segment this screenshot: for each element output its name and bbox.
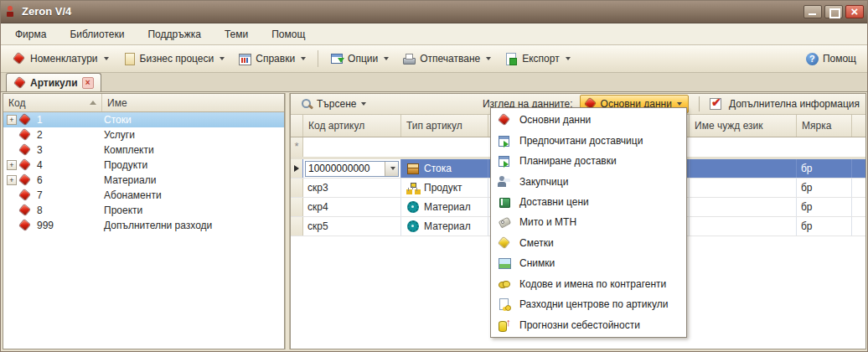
tree-row[interactable]: + 4 Продукти (3, 158, 284, 173)
article-code-cell[interactable]: скр4 (303, 198, 401, 216)
close-button[interactable] (845, 5, 864, 18)
menu-item-planirane-dostavki[interactable]: Планиране доставки (491, 151, 686, 171)
menu-item-osnovni-danni[interactable]: Основни данни (491, 110, 686, 130)
tree-row-name: Материали (104, 174, 284, 186)
optsii-button[interactable]: Опции (324, 49, 395, 69)
tree-column-code[interactable]: Код (3, 94, 102, 111)
menu-item-razhodni-tsentrove[interactable]: Разходни центрове по артикули (491, 294, 686, 314)
toolbar-separator (699, 96, 700, 111)
article-code-value: скр3 (307, 182, 328, 194)
article-type-cell[interactable]: Материал (401, 198, 488, 216)
tree-row-code: 7 (37, 189, 104, 201)
column-unit-label: Мярка (802, 120, 831, 132)
unit-cell[interactable]: бр (797, 198, 852, 216)
spravki-button[interactable]: Справки (232, 49, 312, 69)
foreign-name-cell[interactable] (690, 198, 797, 216)
menu-item-label: Планиране доставки (519, 155, 617, 167)
maximize-button[interactable] (824, 5, 843, 18)
product-hierarchy-icon (406, 181, 421, 194)
foreign-name-cell[interactable] (690, 179, 797, 197)
tab-artikuli[interactable]: Артикули × (6, 73, 101, 91)
tree-row[interactable]: + 6 Материали (3, 173, 284, 188)
row-indicator (291, 159, 303, 178)
article-code-cell[interactable]: скр3 (303, 179, 401, 197)
search-button[interactable]: Търсене (297, 96, 369, 112)
page-icon (122, 52, 136, 65)
expander-spacer (7, 130, 17, 140)
minimize-button[interactable] (803, 5, 822, 18)
help-button[interactable]: Помощ (801, 50, 861, 68)
menu-item-zakupchitsi[interactable]: Закупчици (491, 171, 686, 191)
column-unit[interactable]: Мярка (797, 115, 852, 137)
article-code-cell[interactable]: скр5 (303, 217, 401, 236)
tree-row[interactable]: 7 Абонаменти (3, 188, 284, 203)
foreign-name-cell[interactable] (690, 217, 797, 236)
combo-dropdown-button[interactable] (385, 162, 398, 176)
article-type-cell[interactable]: Материал (401, 217, 488, 236)
tree-row[interactable]: 8 Проекти (3, 203, 284, 218)
tree-row-name: Стоки (104, 114, 284, 126)
column-article-code[interactable]: Код артикул (303, 115, 401, 137)
report-table-icon (238, 52, 251, 65)
tree-row[interactable]: 999 Допълнителни разходи (3, 218, 284, 233)
extra-info-checkbox[interactable] (710, 98, 721, 110)
tree-row[interactable]: + 1 Стоки (3, 112, 284, 127)
red-diamond-icon (13, 52, 26, 65)
yellow-diamond-icon (498, 236, 511, 250)
menu-item-label: Предпочитани доставчици (519, 135, 643, 147)
tree-row-code: 6 (37, 174, 104, 186)
handshake-icon (498, 277, 511, 291)
chevron-down-icon (486, 57, 491, 60)
menu-item-predpochitani-dostavchitsi[interactable]: Предпочитани доставчици (491, 130, 686, 150)
tree-row[interactable]: 2 Услуги (3, 127, 284, 142)
menu-temi[interactable]: Теми (213, 25, 260, 44)
menu-item-smetki[interactable]: Сметки (491, 233, 686, 253)
options-window-icon (330, 52, 344, 65)
expand-icon[interactable]: + (7, 160, 17, 170)
article-code-cell[interactable]: 10000000000 (303, 159, 401, 178)
search-icon (300, 97, 313, 111)
expand-icon[interactable]: + (7, 115, 17, 125)
biznes-protsesi-button[interactable]: Бизнес процеси (116, 49, 231, 69)
eksport-button[interactable]: Експорт (499, 49, 576, 69)
tree-column-name[interactable]: Име (102, 94, 284, 111)
tree-row-name: Комплекти (104, 144, 284, 156)
export-file-icon (504, 52, 518, 65)
otpechatvane-label: Отпечатване (420, 53, 480, 65)
toolbar-separator (318, 50, 318, 67)
nomenklaturi-button[interactable]: Номенклатури (7, 49, 115, 69)
expander-spacer (7, 190, 17, 200)
unit-cell[interactable]: бр (797, 217, 852, 236)
menu-pomosht[interactable]: Помощ (260, 25, 317, 44)
expand-icon[interactable]: + (7, 175, 17, 185)
menu-biblioteki[interactable]: Библиотеки (58, 25, 136, 44)
menu-poddrazhka[interactable]: Поддръжка (136, 25, 212, 44)
column-partial (852, 115, 865, 137)
menu-item-dostavni-tseni[interactable]: Доставни цени (491, 192, 686, 212)
menu-firma[interactable]: Фирма (3, 25, 58, 44)
menu-item-snimki[interactable]: Снимки (491, 253, 686, 273)
otpechatvane-button[interactable]: Отпечатване (396, 49, 497, 69)
column-foreign-name[interactable]: Име чужд език (690, 115, 797, 137)
foreign-name-cell[interactable] (690, 159, 797, 178)
nomenklaturi-label: Номенклатури (30, 53, 98, 65)
menu-item-mito-i-mtn[interactable]: Мито и МТН (491, 212, 686, 232)
row-indicator (291, 198, 303, 216)
tab-close-icon[interactable]: × (82, 77, 94, 89)
red-diamond-icon (19, 220, 34, 232)
titlebar: Zeron V/4 (0, 0, 868, 23)
menu-item-prognozni-sebestoynosti[interactable]: Прогнозни себестойности (491, 315, 686, 335)
article-type-cell[interactable]: Стока (401, 159, 488, 178)
unit-cell[interactable]: бр (797, 179, 852, 197)
unit-value: бр (801, 201, 813, 213)
unit-cell[interactable]: бр (797, 159, 852, 178)
column-article-type[interactable]: Тип артикул (401, 115, 488, 137)
tree-row[interactable]: 3 Комплекти (3, 142, 284, 158)
expander-spacer (7, 220, 17, 230)
grid-corner-cell (291, 115, 303, 137)
menu-item-kodove-i-imena[interactable]: Кодове и имена по контрагенти (491, 274, 686, 294)
red-diamond-icon (19, 204, 34, 217)
article-code-combobox[interactable]: 10000000000 (305, 161, 399, 177)
article-type-cell[interactable]: Продукт (401, 179, 488, 197)
menu-item-label: Снимки (519, 257, 555, 269)
